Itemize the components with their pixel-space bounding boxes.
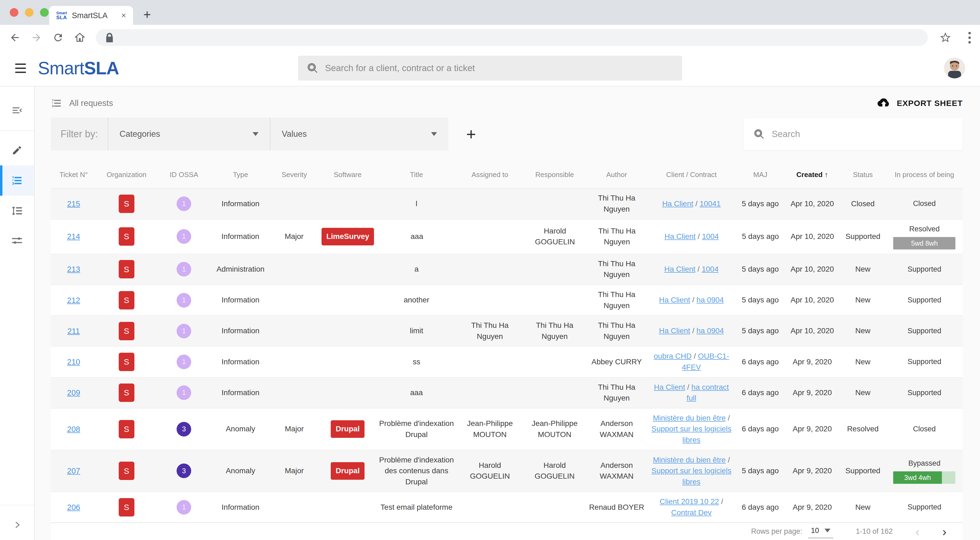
- author-cell: Thi Thu Ha Nguyen: [586, 193, 647, 214]
- created-cell: Apr 9, 2020: [785, 387, 839, 399]
- id-ossa-cell: 1: [157, 385, 211, 400]
- values-dropdown[interactable]: Values: [270, 118, 449, 151]
- contract-link[interactable]: 10041: [700, 200, 721, 208]
- column-header[interactable]: Type: [211, 170, 270, 179]
- organization-badge: S: [119, 353, 134, 371]
- browser-menu-icon[interactable]: [968, 32, 971, 43]
- sidebar-expand[interactable]: [0, 510, 34, 540]
- maximize-window-button[interactable]: [40, 8, 49, 17]
- global-search-input[interactable]: Search for a client, contract or a ticke…: [298, 56, 682, 81]
- organization-badge: S: [119, 383, 134, 402]
- process-status-label: Closed: [913, 199, 935, 209]
- client-link[interactable]: Ministère du bien être: [653, 414, 725, 422]
- id-ossa-cell: 3: [157, 464, 211, 478]
- sidebar-item-sort[interactable]: [0, 196, 34, 226]
- address-bar[interactable]: [96, 29, 928, 46]
- column-header[interactable]: Created ↑: [785, 170, 839, 179]
- maj-cell: 5 days ago: [735, 295, 785, 306]
- column-header[interactable]: Ticket N°: [51, 170, 97, 179]
- add-filter-button[interactable]: +: [466, 125, 476, 143]
- organization-badge: S: [119, 195, 134, 213]
- contract-link[interactable]: 1004: [702, 232, 719, 241]
- sidebar-item-all-requests[interactable]: [0, 165, 34, 196]
- next-page-button[interactable]: ›: [942, 524, 947, 539]
- client-link[interactable]: Ha Client: [659, 296, 690, 304]
- sidebar-item-filters[interactable]: [0, 226, 34, 256]
- reload-icon[interactable]: [52, 32, 64, 43]
- column-header[interactable]: Software: [319, 170, 376, 179]
- organization-cell: S: [97, 498, 157, 516]
- back-icon[interactable]: [9, 32, 21, 43]
- app-logo[interactable]: SmartSLA: [38, 58, 119, 78]
- ticket-number-link[interactable]: 207: [67, 465, 80, 476]
- column-header[interactable]: Status: [840, 170, 886, 179]
- client-link[interactable]: Ha Client: [664, 232, 695, 241]
- tab-title: SmartSLA: [72, 11, 116, 20]
- ticket-cell: 208: [51, 424, 97, 435]
- status-cell: New: [840, 264, 886, 275]
- contract-link[interactable]: ha 0904: [696, 296, 724, 304]
- categories-dropdown[interactable]: Categories: [108, 118, 270, 151]
- client-contract-separator: /: [695, 232, 702, 241]
- maj-cell: 6 days ago: [735, 356, 785, 368]
- client-link[interactable]: Ha Client: [662, 200, 694, 208]
- contract-link[interactable]: Contrat Dev: [671, 508, 711, 517]
- close-window-button[interactable]: [10, 8, 18, 17]
- contract-link[interactable]: ha 0904: [696, 327, 724, 335]
- column-header[interactable]: ID OSSA: [157, 170, 211, 179]
- id-ossa-cell: 1: [157, 324, 211, 338]
- tab-close-icon[interactable]: ×: [121, 11, 126, 20]
- column-header[interactable]: Client / Contract: [647, 170, 735, 179]
- contract-link[interactable]: ha contract full: [687, 383, 729, 402]
- rows-per-page-select[interactable]: 10: [808, 525, 833, 538]
- user-avatar[interactable]: [944, 58, 965, 78]
- contract-link[interactable]: Support sur les logiciels libres: [651, 467, 732, 486]
- process-status-label: Supported: [908, 295, 941, 305]
- column-header[interactable]: MAJ: [735, 170, 785, 179]
- client-contract-separator: /: [726, 456, 730, 464]
- client-link[interactable]: Ha Client: [654, 383, 685, 391]
- column-header[interactable]: Title: [376, 170, 457, 179]
- ticket-number-link[interactable]: 211: [67, 326, 80, 337]
- client-link[interactable]: Ha Client: [664, 265, 695, 273]
- sidebar-item-edit[interactable]: [0, 135, 34, 165]
- column-header[interactable]: Author: [586, 170, 647, 179]
- contract-link[interactable]: Support sur les logiciels libres: [651, 425, 732, 444]
- ticket-number-link[interactable]: 208: [67, 424, 80, 435]
- client-link[interactable]: Ministère du bien être: [653, 456, 725, 464]
- ticket-number-link[interactable]: 210: [67, 356, 80, 368]
- forward-icon[interactable]: [31, 32, 42, 43]
- column-header[interactable]: Severity: [270, 170, 319, 179]
- new-tab-button[interactable]: +: [143, 8, 151, 21]
- responsible-cell: Harold GOGUELIN: [523, 226, 587, 248]
- home-icon[interactable]: [74, 32, 86, 43]
- filter-bar: Filter by: Categories Values: [51, 118, 449, 151]
- client-link[interactable]: oubra CHD: [654, 352, 692, 360]
- export-sheet-button[interactable]: EXPORT SHEET: [877, 98, 963, 109]
- previous-page-button[interactable]: ‹: [915, 524, 920, 539]
- ticket-number-link[interactable]: 215: [67, 198, 80, 210]
- column-header[interactable]: Assigned to: [457, 170, 523, 179]
- status-cell: Supported: [840, 231, 886, 242]
- ticket-number-link[interactable]: 212: [67, 295, 80, 306]
- client-link[interactable]: Client 2019 10 22: [660, 497, 719, 506]
- table-row: 213S1AdministrationaThi Thu Ha NguyenHa …: [51, 254, 963, 284]
- minimize-window-button[interactable]: [25, 8, 33, 17]
- client-link[interactable]: Ha Client: [659, 327, 690, 335]
- ticket-number-link[interactable]: 209: [67, 387, 80, 399]
- sidebar-collapse-menu[interactable]: [0, 96, 34, 126]
- column-header[interactable]: Organization: [97, 170, 157, 179]
- column-header[interactable]: In process of being: [886, 170, 963, 179]
- column-header[interactable]: Responsible: [523, 170, 586, 179]
- browser-address-row: [0, 25, 980, 50]
- contract-link[interactable]: 1004: [702, 265, 719, 273]
- table-row: 211S1InformationlimitThi Thu Ha NguyenTh…: [51, 315, 963, 346]
- ticket-number-link[interactable]: 214: [67, 231, 80, 242]
- hamburger-menu-icon[interactable]: [15, 64, 26, 73]
- id-ossa-badge: 1: [177, 229, 191, 244]
- ticket-number-link[interactable]: 213: [67, 264, 80, 275]
- table-search-input[interactable]: Search: [744, 118, 963, 150]
- bookmark-star-icon[interactable]: [940, 32, 951, 43]
- ticket-number-link[interactable]: 206: [67, 502, 80, 513]
- browser-tab[interactable]: Smart SLA SmartSLA ×: [49, 6, 133, 25]
